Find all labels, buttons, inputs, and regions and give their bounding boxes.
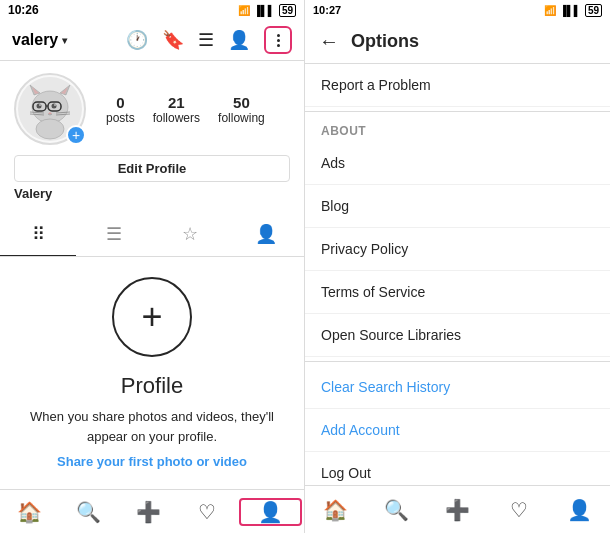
tab-tagged[interactable]: ☆ [152,213,228,256]
svg-point-9 [37,104,42,109]
people-icon: 👤 [255,223,277,245]
right-bottom-search[interactable]: 🔍 [366,492,427,527]
posts-count: 0 [116,94,124,111]
left-status-bar: 10:26 📶 ▐▌▌ 59 [0,0,304,20]
svg-point-10 [52,104,57,109]
username-text: valery [12,31,58,49]
add-avatar-button[interactable]: + [66,125,86,145]
plus-icon: + [141,299,162,335]
right-profile-icon: 👤 [567,498,592,522]
right-add-icon: ➕ [445,498,470,522]
right-bottom-nav: 🏠 🔍 ➕ ♡ 👤 [305,485,610,533]
stats-area: 0 posts 21 followers 50 following [106,94,265,125]
three-dots-button[interactable] [264,26,292,54]
posts-stat: 0 posts [106,94,135,125]
three-dots-icon [277,34,280,47]
option-blog[interactable]: Blog [305,185,610,228]
option-logout[interactable]: Log Out [305,452,610,485]
left-bottom-nav: 🏠 🔍 ➕ ♡ 👤 [0,489,304,533]
right-bottom-heart[interactable]: ♡ [488,492,549,527]
chevron-down-icon[interactable]: ▾ [62,35,67,46]
option-add-account[interactable]: Add Account [305,409,610,452]
profile-top: + 0 posts 21 followers 50 following [14,73,290,145]
history-icon[interactable]: 🕐 [126,29,148,51]
profile-icon: 👤 [258,500,283,524]
right-panel: 10:27 📶 ▐▌▌ 59 ← Options Report a Proble… [305,0,610,533]
avatar-container: + [14,73,86,145]
username-area: valery ▾ [12,31,67,49]
svg-point-18 [36,119,64,139]
profile-section: + 0 posts 21 followers 50 following Edit… [0,61,304,209]
right-heart-icon: ♡ [510,498,528,522]
tagged-icon: ☆ [182,223,198,245]
options-list: Report a Problem ABOUT Ads Blog Privacy … [305,64,610,485]
right-bottom-add[interactable]: ➕ [427,492,488,527]
wifi-icon-right: 📶 [544,5,556,16]
option-report[interactable]: Report a Problem [305,64,610,107]
battery-icon-right: 59 [585,4,602,17]
nav-icons: 🕐 🔖 ☰ 👤 [126,26,292,54]
right-bottom-profile[interactable]: 👤 [549,492,610,527]
dot1 [277,34,280,37]
signal-icon: ▐▌▌ [254,5,275,16]
tab-grid[interactable]: ⠿ [0,213,76,256]
svg-point-12 [54,104,56,106]
battery-icon: 59 [279,4,296,17]
profile-name: Valery [14,186,290,201]
left-top-nav: valery ▾ 🕐 🔖 ☰ 👤 [0,20,304,61]
add-photo-circle[interactable]: + [112,277,192,357]
dot3 [277,44,280,47]
wifi-icon: 📶 [238,5,250,16]
edit-profile-button[interactable]: Edit Profile [14,155,290,182]
option-terms[interactable]: Terms of Service [305,271,610,314]
content-description: When you share photos and videos, they'l… [20,407,284,446]
share-link[interactable]: Share your first photo or video [57,454,247,469]
bottom-home[interactable]: 🏠 [0,496,59,528]
followers-count: 21 [168,94,185,111]
heart-icon: ♡ [198,500,216,524]
back-button[interactable]: ← [319,30,339,53]
search-icon: 🔍 [76,500,101,524]
posts-label: posts [106,111,135,125]
person-add-icon[interactable]: 👤 [228,29,250,51]
svg-point-11 [39,104,41,106]
option-ads[interactable]: Ads [305,142,610,185]
right-time: 10:27 [313,4,341,16]
right-bottom-home[interactable]: 🏠 [305,492,366,527]
left-time: 10:26 [8,3,39,17]
left-status-icons: 📶 ▐▌▌ 59 [238,4,296,17]
grid-icon: ⠿ [32,223,45,245]
list-icon[interactable]: ☰ [198,29,214,51]
bottom-heart[interactable]: ♡ [178,496,237,528]
following-stat: 50 following [218,94,265,125]
option-clear-search[interactable]: Clear Search History [305,366,610,409]
home-icon: 🏠 [17,500,42,524]
followers-stat: 21 followers [153,94,200,125]
bottom-profile[interactable]: 👤 [239,498,302,526]
option-opensource[interactable]: Open Source Libraries [305,314,610,357]
separator-1 [305,111,610,112]
followers-label: followers [153,111,200,125]
right-status-icons: 📶 ▐▌▌ 59 [544,4,602,17]
following-count: 50 [233,94,250,111]
tab-people[interactable]: 👤 [228,213,304,256]
dot2 [277,39,280,42]
bottom-add[interactable]: ➕ [118,496,177,528]
section-about: ABOUT [305,116,610,142]
add-icon: ➕ [136,500,161,524]
bookmark-icon[interactable]: 🔖 [162,29,184,51]
tab-list[interactable]: ☰ [76,213,152,256]
following-label: following [218,111,265,125]
right-search-icon: 🔍 [384,498,409,522]
right-home-icon: 🏠 [323,498,348,522]
right-top-nav: ← Options [305,20,610,64]
options-title: Options [351,31,419,52]
right-status-bar: 10:27 📶 ▐▌▌ 59 [305,0,610,20]
tab-bar: ⠿ ☰ ☆ 👤 [0,213,304,257]
content-title: Profile [121,373,183,399]
option-privacy[interactable]: Privacy Policy [305,228,610,271]
bottom-search[interactable]: 🔍 [59,496,118,528]
signal-icon-right: ▐▌▌ [560,5,581,16]
separator-2 [305,361,610,362]
left-panel: 10:26 📶 ▐▌▌ 59 valery ▾ 🕐 🔖 ☰ 👤 [0,0,305,533]
